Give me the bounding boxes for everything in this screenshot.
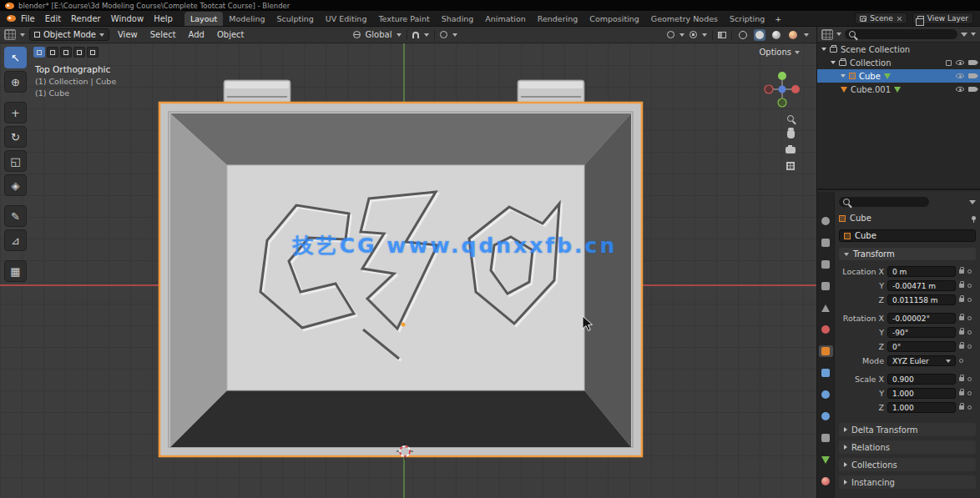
panel-delta-transform[interactable]: Delta Transform [839,423,976,436]
pan-hand-icon[interactable] [787,130,795,138]
annotate-tool[interactable]: ✎ [4,205,27,227]
exclude-checkbox-icon[interactable] [946,60,952,66]
animate-dot-icon[interactable] [967,284,972,288]
hide-eye-icon[interactable] [956,60,964,65]
animate-dot-icon[interactable] [967,345,972,349]
orientation-caret-icon[interactable] [397,33,402,37]
tab-physics[interactable] [819,410,833,422]
lock-icon[interactable] [959,345,964,349]
transform-tool[interactable]: ◈ [4,174,27,196]
properties-filter-icon[interactable] [969,200,976,204]
tab-output[interactable] [819,259,833,270]
tab-object-data[interactable] [819,454,833,465]
menu-edit[interactable]: Edit [40,14,66,23]
snap-caret-icon[interactable] [424,33,429,37]
lock-icon[interactable] [959,405,964,410]
object-mode-dropdown[interactable]: Object Mode [29,28,109,41]
lock-icon[interactable] [959,316,964,320]
select-box-tool[interactable]: ↖ [4,47,27,68]
workspace-tab-texture-paint[interactable]: Texture Paint [372,12,435,26]
view-layer-selector[interactable]: View Layer [912,13,973,24]
scale-tool[interactable]: ◱ [4,150,27,172]
show-gizmo-icon[interactable] [667,31,674,38]
viewport-menu-object[interactable]: Object [213,30,249,39]
menu-window[interactable]: Window [106,14,149,23]
menu-render[interactable]: Render [66,14,106,23]
select-mode-invert[interactable] [73,47,85,58]
tab-view-layer[interactable] [819,280,833,292]
outliner-row-collection[interactable]: Collection [817,56,980,69]
outliner-search-input[interactable] [845,29,957,39]
animate-dot-icon[interactable] [967,330,972,335]
tab-particles[interactable] [819,389,833,400]
workspace-tab-compositing[interactable]: Compositing [583,12,645,26]
toggle-xray-icon[interactable] [718,32,726,38]
expand-icon[interactable] [841,74,846,78]
expand-icon[interactable] [821,48,826,51]
outliner-row-cube-001[interactable]: Cube.001 [817,83,980,96]
animate-dot-icon[interactable] [967,269,972,274]
animate-dot-icon[interactable] [967,316,972,320]
workspace-tab-uv-editing[interactable]: UV Editing [320,12,373,26]
pin-icon[interactable] [972,216,976,220]
transform-panel-header[interactable]: Transform [839,248,976,260]
outliner-row-cube[interactable]: Cube [817,69,980,83]
panel-collections[interactable]: Collections [839,458,976,471]
snap-magnet-icon[interactable] [412,32,419,38]
proportional-editing-icon[interactable] [440,31,447,38]
outliner-row-scene-collection[interactable]: Scene Collection [817,43,980,56]
render-visibility-icon[interactable] [968,60,976,65]
tab-constraints[interactable] [819,432,833,444]
add-workspace-button[interactable]: + [770,12,786,26]
animate-dot-icon[interactable] [959,359,963,363]
animate-dot-icon[interactable] [967,298,972,302]
rotation-z-field[interactable]: 0° [887,341,956,352]
viewport-menu-add[interactable]: Add [184,30,209,39]
cursor-3d-tool[interactable]: ⊕ [4,71,27,93]
menu-file[interactable]: File [16,14,40,23]
ortho-grid-icon[interactable] [786,162,795,170]
editor-type-viewport-icon[interactable] [4,29,16,40]
animate-dot-icon[interactable] [967,405,972,410]
lock-icon[interactable] [959,284,964,288]
select-mode-set[interactable] [33,47,45,58]
panel-instancing[interactable]: Instancing [839,475,976,489]
rotate-tool[interactable]: ↻ [4,126,27,148]
workspace-tab-shading[interactable]: Shading [436,12,480,26]
viewport-3d[interactable]: Top Orthographic (1) Collection | Cube (… [0,43,816,498]
lock-icon[interactable] [959,330,964,335]
panel-relations[interactable]: Relations [839,440,976,454]
breadcrumb-label[interactable]: Cube [850,214,871,223]
tab-render[interactable] [819,237,833,249]
transform-orientation-label[interactable]: Global [366,30,392,39]
tab-material[interactable] [819,475,833,487]
viewport-menu-view[interactable]: View [114,30,142,39]
tab-modifiers[interactable] [819,367,833,379]
shading-rendered-button[interactable] [787,29,799,41]
expand-icon[interactable] [831,61,836,64]
scene-selector[interactable]: Scene [855,13,907,24]
add-cube-tool[interactable]: ▦ [4,260,27,282]
gizmo-caret-icon[interactable] [679,33,684,37]
overlays-caret-icon[interactable] [702,33,707,37]
blender-menu-icon[interactable] [7,15,16,22]
location-y-field[interactable]: -0.00471 m [887,280,956,291]
camera-view-icon[interactable] [786,147,796,153]
shading-solid-button[interactable] [754,29,765,41]
rotation-y-field[interactable]: -90° [887,327,956,338]
model-cube-object[interactable] [150,73,654,470]
tab-object[interactable] [819,345,833,357]
select-mode-subtract[interactable] [60,47,72,58]
workspace-tab-layout[interactable]: Layout [184,12,223,26]
select-mode-intersect[interactable] [87,47,99,58]
scale-z-field[interactable]: 1.000 [887,402,956,413]
lock-icon[interactable] [959,298,964,302]
viewport-menu-select[interactable]: Select [146,30,180,39]
filter-icon[interactable] [961,33,967,37]
animate-dot-icon[interactable] [967,377,972,381]
scale-x-field[interactable]: 0.900 [887,374,956,385]
scale-y-field[interactable]: 1.000 [887,388,956,399]
render-visibility-icon[interactable] [968,87,976,92]
lock-icon[interactable] [959,391,964,395]
tab-scene[interactable] [819,302,833,314]
